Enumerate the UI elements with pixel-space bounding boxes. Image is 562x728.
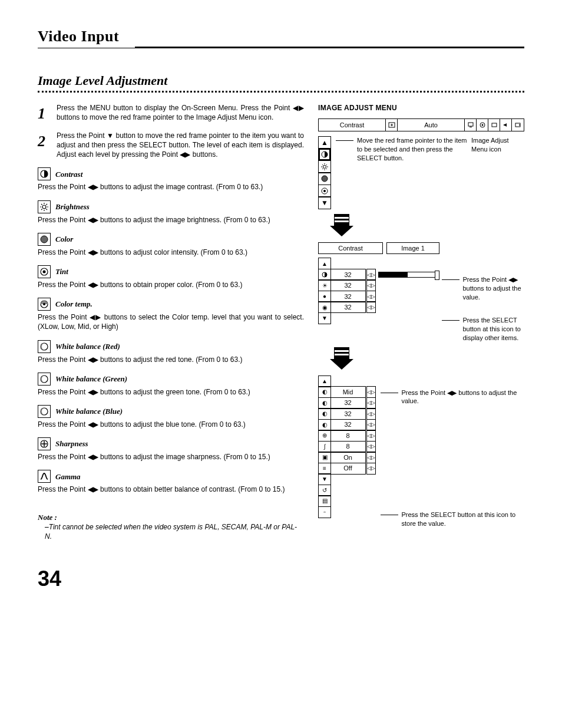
dotted-rule	[38, 91, 524, 93]
setting-item: GammaPress the Point ◀▶ buttons to obtai…	[38, 470, 304, 494]
note-label: Note :	[38, 512, 304, 523]
item-desc: Press the Point ◀▶ buttons to adjust the…	[38, 215, 304, 225]
gamma-icon: ∫	[318, 441, 331, 453]
svg-point-12	[43, 271, 46, 274]
setting-item: Color temp.Press the Point ◀▶ buttons to…	[38, 298, 304, 331]
step-number: 1	[38, 103, 48, 124]
svg-line-7	[47, 209, 48, 210]
item-title: Brightness	[55, 202, 90, 212]
setting-item: BrightnessPress the Point ◀▶ buttons to …	[38, 200, 304, 225]
note-block: Note : –Tint cannot be selected when the…	[38, 512, 304, 542]
spinner-icon: ◁▷	[366, 386, 376, 398]
svg-point-38	[322, 176, 328, 182]
wb-blue-icon: ◐	[318, 419, 331, 431]
brightness-icon	[38, 200, 51, 213]
note-text: –Tint cannot be selected when the video …	[45, 522, 304, 541]
value: 32	[330, 419, 366, 431]
value: 8	[330, 441, 366, 453]
fat-arrow-icon	[330, 214, 353, 238]
menubar-label: Contrast	[319, 119, 386, 131]
setting-item: ColorPress the Point ◀▶ buttons to adjus…	[38, 233, 304, 257]
item-title: Color temp.	[55, 299, 92, 309]
svg-point-1	[42, 205, 46, 209]
color-icon	[38, 233, 51, 246]
value: 32	[330, 279, 366, 291]
panel2-label: Contrast	[318, 242, 383, 254]
item-title: Color	[55, 234, 73, 245]
film-icon: ≡	[318, 463, 331, 475]
item-desc: Press the Point ◀▶ buttons to obtain pro…	[38, 280, 304, 289]
step-text: Press the Point ▼ button to move the red…	[57, 131, 304, 160]
spinner-icon: ◁▷	[366, 269, 376, 281]
image-adjust-menu-title: IMAGE ADJUST MENU	[318, 103, 524, 113]
spinner-icon: ◁▷	[366, 419, 376, 431]
setting-item: White balance (Green)Press the Point ◀▶ …	[38, 373, 304, 397]
svg-line-37	[326, 164, 328, 166]
store-icon: ▤	[318, 495, 331, 507]
wb-green-icon: ◐	[318, 408, 331, 420]
item-title: Contrast	[55, 169, 82, 180]
step-2: 2 Press the Point ▼ button to move the r…	[38, 131, 304, 160]
item-desc: Press the Point ◀▶ buttons to adjust the…	[38, 452, 304, 462]
spinner-icon: ◁▷	[366, 279, 376, 291]
wb-red-icon: ◐	[318, 397, 331, 409]
step-number: 2	[38, 131, 48, 160]
svg-line-34	[322, 164, 323, 166]
item-title: Tint	[55, 266, 68, 277]
value: 32	[330, 269, 366, 281]
tint-icon: ◉	[318, 301, 331, 313]
osd-bar-2: Contrast Image 1	[318, 242, 524, 254]
section-title: Image Level Adjustment	[38, 72, 524, 90]
svg-point-40	[323, 190, 326, 192]
brightness-icon	[318, 160, 331, 173]
svg-line-36	[322, 168, 323, 169]
color-icon	[318, 172, 331, 185]
spinner-icon: ◁▷	[366, 291, 376, 302]
screen-icon	[488, 119, 500, 131]
scroll-up-icon: ▲	[318, 375, 331, 387]
scroll-up-icon: ▲	[318, 136, 331, 149]
scroll-down-icon: ▼	[318, 196, 331, 209]
annot-other: Press the SELECT button at this icon to …	[463, 316, 525, 342]
contrast-icon	[318, 269, 331, 281]
annot-store: Press the SELECT button at this icon to …	[402, 510, 525, 528]
value: 32	[330, 291, 366, 302]
value: On	[330, 452, 366, 463]
item-desc: Press the Point ◀▶ buttons to adjust the…	[38, 420, 304, 429]
setting-item: SharpnessPress the Point ◀▶ buttons to a…	[38, 437, 304, 462]
svg-line-8	[41, 209, 42, 210]
page-number: 34	[38, 565, 524, 594]
wb-green-icon	[38, 373, 51, 386]
panel2-mode: Image 1	[386, 242, 439, 254]
item-desc: Press the Point ◀▶ buttons to adjust col…	[38, 248, 304, 257]
svg-rect-22	[468, 123, 473, 126]
annot-adjust: Press the Point ◀▶ buttons to adjust the…	[463, 275, 525, 302]
colortemp-icon	[38, 298, 51, 311]
step-1: 1 Press the MENU button to display the O…	[38, 103, 304, 124]
value: 32	[330, 408, 366, 420]
slider	[378, 272, 437, 278]
spinner-icon: ◁▷	[366, 397, 376, 409]
right-column: IMAGE ADJUST MENU Contrast Auto ▲ ▼	[318, 103, 524, 542]
step-text: Press the MENU button to display the On-…	[57, 103, 304, 124]
fat-arrow-icon	[330, 347, 353, 371]
annot-menu-icon: Image Adjust Menu icon	[471, 136, 524, 163]
title-rule	[38, 48, 524, 48]
gamma-icon	[38, 470, 51, 483]
value: Off	[330, 463, 366, 475]
item-title: White balance (Green)	[55, 374, 127, 384]
menubar-mode: Auto	[398, 119, 465, 131]
svg-point-25	[481, 124, 483, 126]
spinner-icon: ◁▷	[366, 408, 376, 420]
setting-item: TintPress the Point ◀▶ buttons to obtain…	[38, 265, 304, 289]
color-icon: ●	[318, 291, 331, 302]
spinner-icon: ◁▷	[366, 463, 376, 475]
contrast-icon	[318, 148, 331, 161]
value: 32	[330, 397, 366, 409]
input-icon	[386, 119, 398, 131]
value-panel-2: ▲ ◐Mid◁▷ ◐32◁▷ ◐32◁▷ ◐32◁▷ ⊕8◁▷ ∫8◁▷ ▣On…	[318, 375, 376, 518]
image-adjust-icon	[477, 119, 488, 131]
item-desc: Press the Point ◀▶ buttons to adjust the…	[38, 387, 304, 397]
svg-point-10	[41, 236, 48, 243]
value-panel-1: ▲ 32◁▷ ☀32◁▷ ●32◁▷ ◉32◁▷ ▼	[318, 258, 437, 324]
